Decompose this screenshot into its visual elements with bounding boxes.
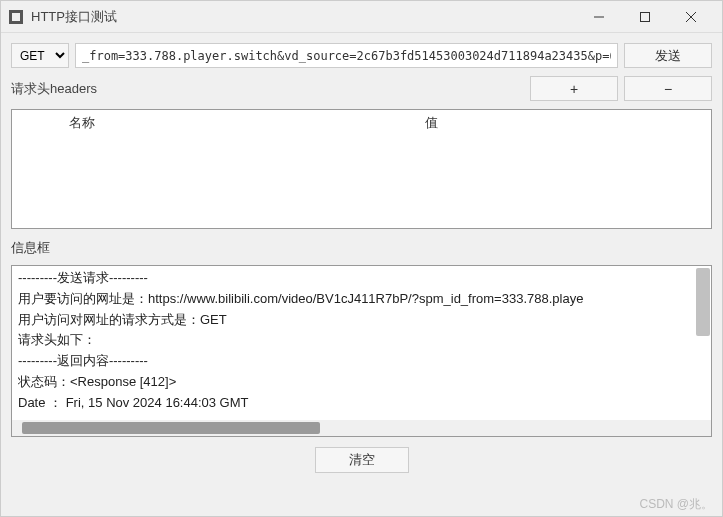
info-line: ---------返回内容--------- [18,351,705,372]
bottom-row: 清空 [11,445,712,475]
app-icon [9,10,23,24]
close-icon [686,12,696,22]
window: HTTP接口测试 GET 发送 请求头headers + − [0,0,723,517]
minimize-icon [594,12,604,22]
info-line: ---------发送请求--------- [18,268,705,289]
column-value: 值 [152,110,711,136]
headers-label: 请求头headers [11,80,524,98]
close-button[interactable] [668,2,714,32]
info-box: ---------发送请求--------- 用户要访问的网址是：https:/… [11,265,712,437]
info-line: 状态码：<Response [412]> [18,372,705,393]
vertical-scrollbar[interactable] [696,268,710,336]
headers-table[interactable]: 名称 值 [11,109,712,229]
table-header-row: 名称 值 [12,110,711,136]
horizontal-scrollbar-track[interactable] [12,420,711,436]
headers-controls: 请求头headers + − [11,76,712,101]
maximize-icon [640,12,650,22]
horizontal-scrollbar-thumb[interactable] [22,422,320,434]
info-line: 用户访问对网址的请求方式是：GET [18,310,705,331]
maximize-button[interactable] [622,2,668,32]
send-button[interactable]: 发送 [624,43,712,68]
titlebar: HTTP接口测试 [1,1,722,33]
info-line: Date ： Fri, 15 Nov 2024 16:44:03 GMT [18,393,705,414]
window-title: HTTP接口测试 [31,8,576,26]
content-area: GET 发送 请求头headers + − 名称 值 信息框 [1,33,722,516]
request-row: GET 发送 [11,43,712,68]
info-content[interactable]: ---------发送请求--------- 用户要访问的网址是：https:/… [12,266,711,420]
add-header-button[interactable]: + [530,76,618,101]
minimize-button[interactable] [576,2,622,32]
info-line: 请求头如下： [18,330,705,351]
url-input[interactable] [75,43,618,68]
window-controls [576,2,714,32]
info-line: 用户要访问的网址是：https://www.bilibili.com/video… [18,289,705,310]
clear-button[interactable]: 清空 [315,447,409,473]
column-name: 名称 [12,110,152,136]
svg-rect-1 [641,12,650,21]
info-label: 信息框 [11,239,712,257]
remove-header-button[interactable]: − [624,76,712,101]
method-select[interactable]: GET [11,43,69,68]
